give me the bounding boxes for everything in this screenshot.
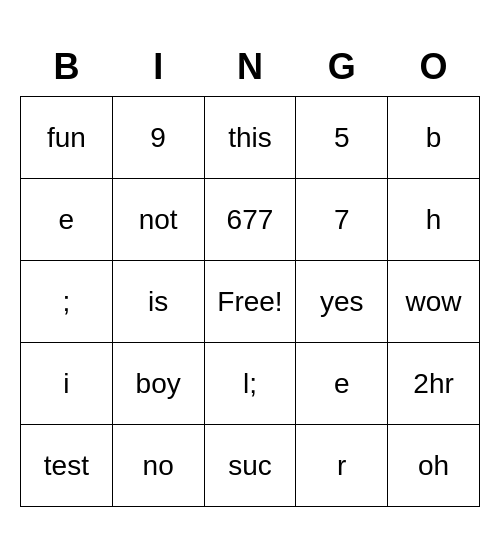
table-cell: 5 — [296, 97, 388, 179]
table-cell: ; — [21, 261, 113, 343]
header-i: I — [112, 37, 204, 97]
table-row: testnosucroh — [21, 425, 480, 507]
table-cell: 2hr — [388, 343, 480, 425]
table-row: fun9this5b — [21, 97, 480, 179]
header-row: B I N G O — [21, 37, 480, 97]
table-cell: suc — [204, 425, 296, 507]
header-b: B — [21, 37, 113, 97]
header-n: N — [204, 37, 296, 97]
header-o: O — [388, 37, 480, 97]
table-cell: b — [388, 97, 480, 179]
table-cell: this — [204, 97, 296, 179]
table-cell: wow — [388, 261, 480, 343]
table-cell: yes — [296, 261, 388, 343]
table-cell: r — [296, 425, 388, 507]
table-cell: oh — [388, 425, 480, 507]
bingo-body: fun9this5benot6777h;isFree!yeswowiboyl;e… — [21, 97, 480, 507]
bingo-card: B I N G O fun9this5benot6777h;isFree!yes… — [0, 17, 500, 528]
table-cell: Free! — [204, 261, 296, 343]
bingo-table: B I N G O fun9this5benot6777h;isFree!yes… — [20, 37, 480, 508]
table-cell: 9 — [112, 97, 204, 179]
table-cell: test — [21, 425, 113, 507]
table-cell: fun — [21, 97, 113, 179]
table-cell: e — [21, 179, 113, 261]
table-cell: 677 — [204, 179, 296, 261]
table-cell: h — [388, 179, 480, 261]
table-row: iboyl;e2hr — [21, 343, 480, 425]
table-cell: no — [112, 425, 204, 507]
table-row: ;isFree!yeswow — [21, 261, 480, 343]
table-cell: i — [21, 343, 113, 425]
table-cell: e — [296, 343, 388, 425]
table-cell: l; — [204, 343, 296, 425]
header-g: G — [296, 37, 388, 97]
table-row: enot6777h — [21, 179, 480, 261]
table-cell: boy — [112, 343, 204, 425]
table-cell: is — [112, 261, 204, 343]
table-cell: 7 — [296, 179, 388, 261]
table-cell: not — [112, 179, 204, 261]
